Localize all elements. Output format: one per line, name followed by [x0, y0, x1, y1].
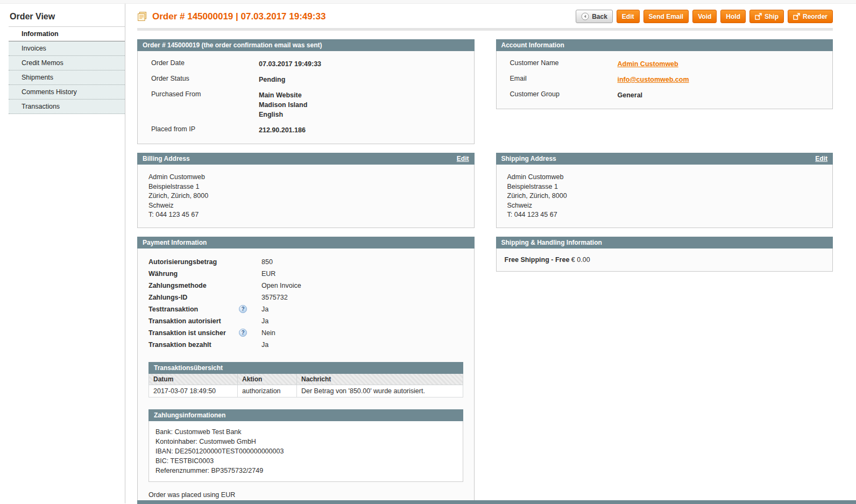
customer-group-label: Customer Group	[510, 90, 618, 100]
order-info-panel-header: Order # 145000019 (the order confirmatio…	[137, 39, 475, 51]
payment-details-text: Bank: Customweb Test Bank Kontoinhaber: …	[148, 421, 463, 482]
shipping-address-panel: Shipping Address Edit Admin Customweb Be…	[496, 153, 833, 228]
shipping-handling-panel-header: Shipping & Handling Information	[496, 237, 833, 249]
order-status-row: Order Status Pending	[151, 75, 466, 84]
column-header-datum: Datum	[149, 374, 238, 385]
purchased-from-row: Purchased From Main Website Madison Isla…	[151, 90, 466, 119]
ship-button[interactable]: Ship	[749, 10, 784, 23]
order-currency-note: Order was placed using EUR	[148, 491, 466, 499]
page-title-text: Order # 145000019 | 07.03.2017 19:49:33	[152, 11, 326, 22]
customer-name-label: Customer Name	[510, 59, 618, 69]
order-status-value: Pending	[259, 75, 285, 84]
sidebar-menu: Information Invoices Credit Memos Shipme…	[9, 27, 125, 114]
edit-button[interactable]: Edit	[617, 10, 640, 23]
purchased-from-value: Main Website Madison Island English	[259, 90, 307, 119]
popup-window-icon	[755, 13, 762, 20]
payment-row: Zahlungs-ID 3575732	[148, 292, 466, 303]
payment-row: Transaktion autorisiert Ja	[148, 316, 466, 326]
sidebar-item-information[interactable]: Information	[9, 27, 125, 41]
order-date-row: Order Date 07.03.2017 19:49:33	[151, 59, 466, 69]
purchased-from-label: Purchased From	[151, 90, 259, 119]
customer-email-link[interactable]: info@customweb.com	[618, 76, 689, 83]
shipping-address-text: Admin Customweb Beispielstrasse 1 Zürich…	[496, 165, 833, 228]
customer-group-row: Customer Group General	[510, 90, 825, 100]
customer-email-row: Email info@customweb.com	[510, 75, 825, 84]
customer-group-value: General	[618, 90, 643, 100]
main-content: Order # 145000019 | 07.03.2017 19:49:33 …	[125, 4, 856, 503]
sidebar-item-shipments[interactable]: Shipments	[9, 70, 125, 85]
shipping-handling-panel: Shipping & Handling Information Free Shi…	[496, 237, 833, 272]
back-button[interactable]: Back	[576, 10, 613, 23]
table-row: 2017-03-07 18:49:50 authorization Der Be…	[149, 385, 463, 397]
sidebar-item-transactions[interactable]: Transactions	[9, 100, 125, 114]
placed-from-ip-label: Placed from IP	[151, 125, 259, 135]
shipping-address-panel-header: Shipping Address Edit	[496, 153, 833, 165]
payment-row: Transaktion ist unsicher ? Nein	[148, 328, 466, 338]
transaction-date-cell: 2017-03-07 18:49:50	[149, 385, 238, 397]
popup-window-icon	[793, 13, 800, 20]
order-date-value: 07.03.2017 19:49:33	[259, 59, 321, 69]
payment-details-header: Zahlungsinformationen	[148, 409, 463, 421]
column-header-aktion: Aktion	[238, 374, 297, 385]
placed-from-ip-row: Placed from IP 212.90.201.186	[151, 125, 466, 135]
payment-info-panel-header: Payment Information	[137, 237, 475, 249]
order-info-panel: Order # 145000019 (the order confirmatio…	[137, 39, 475, 144]
payment-row: Autorisierungsbetrag 850	[148, 257, 466, 267]
sidebar-item-invoices[interactable]: Invoices	[9, 41, 125, 56]
transaction-action-cell: authorization	[238, 385, 297, 397]
help-question-icon[interactable]: ?	[239, 329, 247, 337]
sidebar-item-comments-history[interactable]: Comments History	[9, 85, 125, 100]
transactions-table: Datum Aktion Nachricht 2017-03-07 18:49:…	[148, 374, 463, 397]
transactions-overview: Transaktionsübersicht Datum Aktion Nachr…	[148, 362, 463, 397]
payment-info-panel: Payment Information Autorisierungsbetrag…	[137, 237, 475, 504]
panels-grid: Order # 145000019 (the order confirmatio…	[137, 39, 833, 504]
hold-button[interactable]: Hold	[720, 10, 746, 23]
billing-address-edit-link[interactable]: Edit	[457, 155, 469, 162]
void-button[interactable]: Void	[692, 10, 717, 23]
reorder-button[interactable]: Reorder	[788, 10, 833, 23]
transaction-message-cell: Der Betrag von '850.00' wurde autorisier…	[297, 385, 463, 397]
circle-left-arrow-icon	[581, 12, 589, 20]
billing-address-panel: Billing Address Edit Admin Customweb Bei…	[137, 153, 475, 228]
top-strip	[0, 0, 856, 4]
next-section-header-partial	[137, 500, 856, 504]
billing-address-panel-header: Billing Address Edit	[137, 153, 475, 165]
payment-row: Währung EUR	[148, 268, 466, 279]
help-question-icon[interactable]: ?	[239, 305, 247, 313]
order-view-layout: Order View Information Invoices Credit M…	[0, 4, 856, 503]
billing-address-text: Admin Customweb Beispielstrasse 1 Zürich…	[137, 165, 475, 228]
sidebar-title: Order View	[9, 11, 125, 27]
sidebar-item-credit-memos[interactable]: Credit Memos	[9, 56, 125, 70]
order-note-icon	[137, 12, 148, 22]
header-divider	[137, 28, 833, 31]
order-status-label: Order Status	[151, 75, 259, 84]
customer-email-label: Email	[510, 75, 618, 84]
shipping-address-edit-link[interactable]: Edit	[815, 155, 827, 162]
send-email-button[interactable]: Send Email	[643, 10, 689, 23]
payment-row: Transaktion bezahlt Ja	[148, 339, 466, 350]
toolbar: Back Edit Send Email Void Hold Ship	[576, 10, 833, 23]
shipping-method-line: Free Shipping - Free € 0.00	[505, 255, 825, 264]
column-header-nachricht: Nachricht	[297, 374, 463, 385]
account-info-panel-header: Account Information	[496, 39, 833, 51]
customer-name-link[interactable]: Admin Customweb	[618, 60, 678, 68]
payment-row: Testtransaktion ? Ja	[148, 304, 466, 315]
page-header: Order # 145000019 | 07.03.2017 19:49:33 …	[137, 10, 833, 23]
payment-row: Zahlungsmethode Open Invoice	[148, 280, 466, 291]
payment-details-box: Zahlungsinformationen Bank: Customweb Te…	[148, 409, 463, 482]
transactions-overview-header: Transaktionsübersicht	[148, 362, 463, 374]
customer-name-row: Customer Name Admin Customweb	[510, 59, 825, 69]
account-info-panel: Account Information Customer Name Admin …	[496, 39, 833, 109]
page-title: Order # 145000019 | 07.03.2017 19:49:33	[137, 11, 326, 22]
order-date-label: Order Date	[151, 59, 259, 69]
placed-from-ip-value: 212.90.201.186	[259, 125, 306, 135]
sidebar: Order View Information Invoices Credit M…	[0, 4, 125, 503]
